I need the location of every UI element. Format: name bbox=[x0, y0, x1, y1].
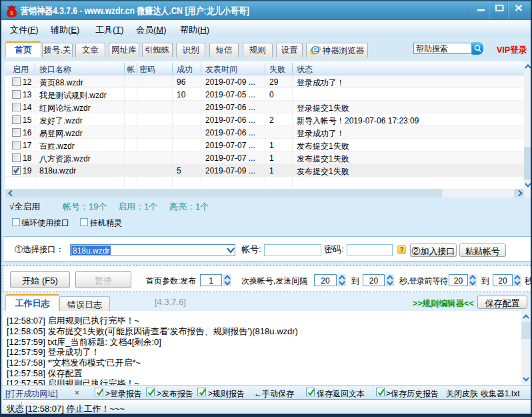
svg-text:$: $ bbox=[10, 10, 13, 16]
